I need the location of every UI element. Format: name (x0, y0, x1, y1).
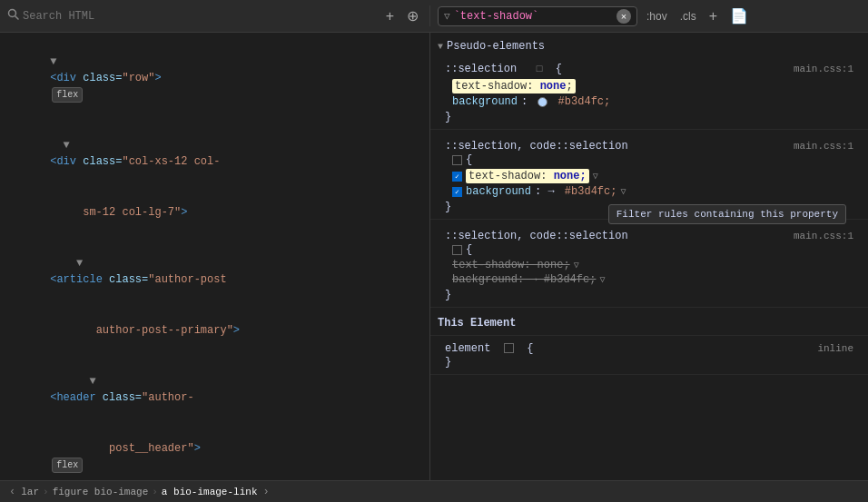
css-prop-background-1: background : #b3d4fc; (452, 94, 853, 109)
breadcrumb-right-arrow[interactable]: › (261, 486, 271, 498)
svg-line-1 (15, 16, 18, 19)
this-element-file: inline (817, 343, 853, 354)
selector-line-2: ::selection, code::selection main.css:1 (438, 139, 861, 153)
html-panel-toolbar: + ⊕ (0, 5, 430, 26)
css-selector-3: ::selection, code::selection (445, 230, 628, 242)
search-icon (7, 8, 19, 24)
breadcrumb-left-arrow[interactable]: ‹ (7, 486, 17, 498)
breadcrumb-item-2[interactable]: figure bio-image (53, 487, 149, 497)
flex-badge-1: flex (52, 87, 83, 103)
filter-icon: ▽ (444, 10, 450, 22)
pick-element-button[interactable]: ⊕ (403, 5, 422, 26)
tree-row-6[interactable]: ▼ <header class="author- (0, 356, 429, 423)
tree-row-5[interactable]: author-post--primary"> (0, 305, 429, 356)
add-rule-button[interactable]: + (705, 6, 721, 26)
clear-filter-button[interactable]: × (616, 9, 631, 24)
checkbox-text-shadow-2[interactable] (452, 172, 462, 182)
expand-icon-4[interactable]: ▼ (76, 257, 83, 270)
icon-box-3[interactable] (452, 245, 462, 255)
css-prop-text-shadow-1: text-shadow: none; (452, 78, 853, 94)
css-file-3[interactable]: main.css:1 (794, 231, 853, 241)
expand-icon-2[interactable]: ▼ (64, 139, 70, 152)
close-brace-1: } (438, 111, 861, 123)
css-rule-1-body: text-shadow: none; background : #b3d4fc; (438, 76, 861, 111)
this-element-selector-line: element { inline (438, 341, 861, 356)
this-element-close-brace: } (438, 356, 861, 369)
this-element-rule: element { inline } (430, 336, 868, 375)
checkbox-background-2[interactable] (452, 187, 462, 197)
tree-row-7[interactable]: post__header"> flex (0, 423, 429, 480)
hov-button[interactable]: :hov (643, 8, 671, 25)
breadcrumb-sep-2: › (152, 487, 158, 497)
filter-funnel-3[interactable]: ▽ (574, 260, 579, 271)
css-prop-text-shadow-2: text-shadow: none; ▽ (452, 168, 853, 184)
css-prop-background-2: background : → #b3d4fc; ▽ Filter rules c… (452, 184, 853, 199)
tree-row-2[interactable]: ▼ <div class="col-xs-12 col- (0, 120, 429, 187)
tree-row-4[interactable]: ▼ <article class="author-post (0, 238, 429, 305)
css-file-2[interactable]: main.css:1 (794, 141, 853, 152)
tree-row-3[interactable]: sm-12 col-lg-7"> (0, 187, 429, 238)
css-rule-3: ::selection, code::selection main.css:1 … (430, 223, 868, 308)
section-expand-icon[interactable]: ▼ (438, 42, 443, 52)
cls-button[interactable]: .cls (676, 8, 700, 25)
html-panel: ▼ <div class="row"> flex ▼ <div class="c… (0, 33, 430, 480)
tree-row-1[interactable]: ▼ <div class="row"> flex (0, 36, 429, 120)
css-prop-text-shadow-3: text-shadow: none; ▽ (452, 258, 853, 272)
css-filter-box: ▽ `text-shadow` × (438, 6, 637, 26)
css-rule-1: ::selection □ { main.css:1 text-shadow: … (430, 56, 868, 130)
new-style-rule-button[interactable]: 📄 (726, 5, 752, 26)
filter-tooltip: Filter rules containing this property (608, 204, 846, 224)
css-file-1[interactable]: main.css:1 (794, 64, 853, 74)
filter-text: `text-shadow` (454, 10, 613, 23)
search-input[interactable] (23, 10, 377, 23)
search-wrapper (7, 8, 377, 24)
add-node-button[interactable]: + (382, 6, 398, 26)
main-content: ▼ <div class="row"> flex ▼ <div class="c… (0, 33, 868, 480)
icon-box-row-2: { (438, 153, 861, 166)
filter-funnel-2[interactable]: ▽ (620, 186, 626, 197)
this-element-header: This Element (430, 311, 868, 336)
css-rule-3-body: text-shadow: none; ▽ background: → #b3d4… (438, 256, 861, 289)
selector-line-3: ::selection, code::selection main.css:1 (438, 229, 861, 243)
css-panel: ▼ Pseudo-elements ::selection □ { main.c… (430, 33, 868, 480)
selector-line-1: ::selection □ { main.css:1 (438, 62, 861, 76)
css-rule-2-body: text-shadow: none; ▽ background : → #b3d… (438, 166, 861, 201)
this-element-icon[interactable] (504, 343, 514, 353)
expand-icon-1[interactable]: ▼ (50, 55, 56, 68)
css-selector-1: ::selection □ { (445, 63, 562, 75)
breadcrumb-sep-1: › (43, 487, 49, 497)
breadcrumb-bar: ‹ lar › figure bio-image › a bio-image-l… (0, 480, 868, 502)
breadcrumb-item-1[interactable]: lar (21, 487, 39, 497)
css-prop-background-3: background: → #b3d4fc; ▽ (452, 272, 853, 287)
css-panel-toolbar: ▽ `text-shadow` × :hov .cls + 📄 (430, 5, 868, 26)
close-brace-3: } (438, 289, 861, 301)
pseudo-elements-header: ▼ Pseudo-elements (430, 36, 868, 56)
expand-icon-6[interactable]: ▼ (89, 375, 95, 388)
icon-box-2[interactable] (452, 155, 462, 165)
pseudo-elements-label: Pseudo-elements (447, 40, 545, 53)
icon-box-row-3: { (438, 243, 861, 256)
css-rule-2: ::selection, code::selection main.css:1 … (430, 133, 868, 220)
svg-point-0 (9, 10, 16, 17)
icon-box-1: □ (537, 64, 543, 74)
breadcrumb-item-3[interactable]: a bio-image-link (162, 487, 258, 497)
filter-funnel-4[interactable]: ▽ (599, 274, 605, 285)
filter-funnel-1[interactable]: ▽ (593, 171, 598, 182)
toolbar: + ⊕ ▽ `text-shadow` × :hov .cls + 📄 (0, 0, 868, 33)
this-element-selector: element { (445, 342, 533, 355)
css-selector-2: ::selection, code::selection (445, 140, 628, 153)
flex-badge-2: flex (52, 458, 83, 473)
color-swatch-1[interactable] (538, 97, 547, 107)
